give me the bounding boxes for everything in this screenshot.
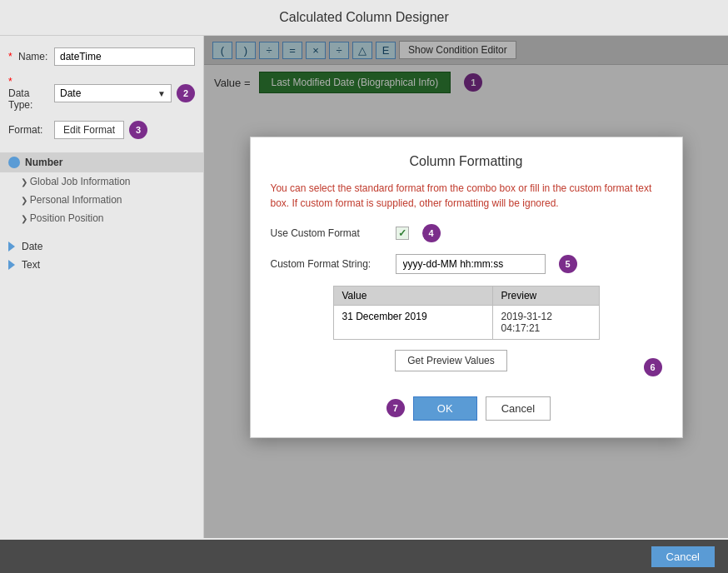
badge-4: 4 <box>422 224 441 242</box>
modal-title: Column Formatting <box>271 154 662 169</box>
bottom-bar: Cancel <box>0 540 728 573</box>
data-type-select[interactable]: Date ▼ <box>54 84 172 102</box>
preview-table-value: 31 December 2019 <box>333 305 492 339</box>
modal-backdrop: Column Formatting You can select the sta… <box>204 36 728 538</box>
main-window: Calculated Column Designer * Name: * Dat… <box>0 0 728 540</box>
badge-3: 3 <box>129 121 147 139</box>
select-arrow-icon: ▼ <box>157 89 166 98</box>
badge-6: 6 <box>644 358 662 376</box>
title-bar: Calculated Column Designer <box>0 0 728 36</box>
tree-section: Number Global Job Information Personal I… <box>0 149 203 231</box>
right-panel: ( ) ÷ = × ÷ △ E Show Condition Editor Va… <box>204 36 728 538</box>
triangle-icon-date <box>8 242 15 252</box>
modal-footer: 7 OK Cancel <box>271 396 662 421</box>
data-type-row: * Data Type: Date ▼ 2 <box>0 72 203 114</box>
window-title: Calculated Column Designer <box>279 10 449 24</box>
triangle-icon-text <box>8 260 15 270</box>
bottom-tree: Date Text <box>0 231 203 281</box>
preview-table: Value Preview 31 December 2019 2019-31-1… <box>333 286 600 340</box>
preview-table-preview: 2019-31-1204:17:21 <box>492 305 599 339</box>
tree-item-position[interactable]: Position Position <box>0 209 203 227</box>
bottom-item-date[interactable]: Date <box>8 237 195 256</box>
name-row: * Name: <box>0 44 203 69</box>
globe-icon <box>8 157 20 168</box>
preview-table-row: 31 December 2019 2019-31-1204:17:21 <box>333 305 599 339</box>
badge-2: 2 <box>177 84 195 102</box>
custom-format-string-input[interactable] <box>396 254 546 274</box>
preview-table-col1-header: Value <box>333 286 492 305</box>
use-custom-format-label: Use Custom Format <box>271 227 387 239</box>
format-label: Format: <box>8 124 54 136</box>
badge-5: 5 <box>559 255 577 273</box>
content-area: * Name: * Data Type: Date ▼ 2 <box>0 36 728 538</box>
tree-header-label: Number <box>25 157 62 168</box>
data-type-label: Data <box>8 87 54 99</box>
column-formatting-modal: Column Formatting You can select the sta… <box>250 137 683 438</box>
custom-format-string-row: Custom Format String: 5 <box>271 254 662 274</box>
bottom-item-text[interactable]: Text <box>8 256 195 274</box>
tree-item-personal-info[interactable]: Personal Information <box>0 191 203 209</box>
tree-item-global-job[interactable]: Global Job Information <box>0 172 203 191</box>
required-star: * <box>8 51 12 62</box>
modal-cancel-button[interactable]: Cancel <box>486 396 551 421</box>
checkbox-check-icon: ✓ <box>398 227 406 239</box>
use-custom-format-checkbox[interactable]: ✓ <box>396 227 409 240</box>
bottom-cancel-button[interactable]: Cancel <box>651 546 715 567</box>
data-type-label2: Type: <box>8 99 54 111</box>
preview-table-col2-header: Preview <box>492 286 599 305</box>
data-type-required: * <box>8 76 51 87</box>
left-panel: * Name: * Data Type: Date ▼ 2 <box>0 36 204 538</box>
modal-description: You can select the standard format from … <box>271 181 662 211</box>
get-preview-values-button[interactable]: Get Preview Values <box>395 350 507 371</box>
use-custom-format-row: Use Custom Format ✓ 4 <box>271 224 662 242</box>
name-label: * Name: <box>8 51 54 62</box>
edit-format-button[interactable]: Edit Format <box>54 121 124 139</box>
data-type-value: Date <box>60 87 157 99</box>
custom-format-string-label: Custom Format String: <box>271 258 387 270</box>
format-row: Format: Edit Format 3 <box>0 117 203 142</box>
name-input[interactable] <box>54 47 195 66</box>
badge-7: 7 <box>386 399 405 417</box>
ok-button[interactable]: OK <box>413 396 477 421</box>
tree-header: Number <box>0 152 203 172</box>
